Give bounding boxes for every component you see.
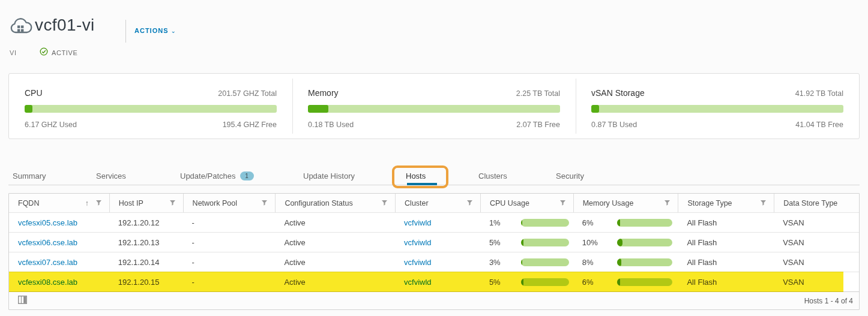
memory-usage-bar bbox=[617, 219, 672, 227]
memory-usage-value: 6% bbox=[582, 218, 617, 227]
cpu-card-title: CPU bbox=[25, 88, 43, 98]
vsan-capacity-card: vSAN Storage 41.92 TB Total 0.87 TB Used… bbox=[576, 74, 859, 139]
title-divider bbox=[125, 20, 126, 43]
cpu-usage-bar bbox=[521, 278, 569, 286]
storage-type-cell: All Flash bbox=[678, 252, 774, 272]
table-row[interactable]: vcfesxi05.cse.lab 192.1.20.12 - Active v… bbox=[9, 212, 859, 232]
tab-services[interactable]: Services bbox=[96, 171, 126, 180]
cpu-usage-bar-fill bbox=[25, 105, 32, 113]
filter-icon[interactable] bbox=[170, 199, 175, 207]
data-store-type-cell: VSAN bbox=[774, 213, 859, 232]
host-ip-cell: 192.1.20.12 bbox=[109, 213, 183, 232]
network-pool-cell: - bbox=[183, 272, 276, 291]
filter-icon[interactable] bbox=[560, 199, 565, 207]
column-header-fqdn: FQDN ↑ bbox=[9, 194, 109, 212]
cpu-usage-bar bbox=[521, 219, 569, 227]
table-row[interactable]: vcfesxi06.cse.lab 192.1.20.13 - Active v… bbox=[9, 232, 859, 252]
memory-usage-value: 6% bbox=[582, 278, 617, 287]
tab-clusters[interactable]: Clusters bbox=[478, 171, 507, 180]
host-fqdn-link[interactable]: vcfesxi08.cse.lab bbox=[18, 278, 77, 287]
configuration-status-cell: Active bbox=[275, 213, 395, 232]
workload-domain-page: vcf01-vi ACTIONS⌄ VI ACTIVE CPU 201.57 G… bbox=[0, 0, 868, 316]
table-header-row: FQDN ↑ Host IP Network Pool Configuratio… bbox=[9, 194, 859, 212]
memory-card-title: Memory bbox=[308, 88, 339, 98]
host-fqdn-link[interactable]: vcfesxi06.cse.lab bbox=[18, 238, 77, 247]
memory-usage-bar-fill bbox=[308, 105, 328, 113]
configuration-status-cell: Active bbox=[275, 233, 395, 252]
filter-icon[interactable] bbox=[382, 199, 387, 207]
memory-usage-bar bbox=[617, 239, 672, 246]
memory-usage-bar bbox=[617, 278, 672, 286]
sort-asc-icon[interactable]: ↑ bbox=[85, 199, 89, 207]
storage-type-cell: All Flash bbox=[678, 213, 774, 232]
vsan-card-title: vSAN Storage bbox=[591, 88, 645, 98]
hosts-table: FQDN ↑ Host IP Network Pool Configuratio… bbox=[8, 193, 860, 310]
memory-usage-value: 10% bbox=[582, 238, 617, 247]
column-header-network-pool: Network Pool bbox=[183, 194, 276, 212]
cpu-usage-bar bbox=[25, 105, 277, 113]
memory-usage-bar bbox=[308, 105, 560, 113]
memory-free: 2.07 TB Free bbox=[516, 121, 560, 129]
configuration-status-cell: Active bbox=[275, 272, 395, 291]
tab-update-history[interactable]: Update History bbox=[303, 171, 355, 180]
pagination-summary: Hosts 1 - 4 of 4 bbox=[804, 297, 853, 305]
actions-button[interactable]: ACTIONS⌄ bbox=[134, 27, 176, 34]
memory-capacity-card: Memory 2.25 TB Total 0.18 TB Used 2.07 T… bbox=[292, 74, 576, 139]
cpu-usage-value: 1% bbox=[489, 218, 521, 227]
memory-usage-bar bbox=[617, 258, 672, 266]
memory-used: 0.18 TB Used bbox=[308, 121, 354, 129]
host-ip-cell: 192.1.20.13 bbox=[109, 233, 183, 252]
active-tab-underline bbox=[407, 183, 437, 185]
status-badge: ACTIVE bbox=[40, 47, 77, 58]
host-ip-cell: 192.1.20.15 bbox=[109, 272, 183, 291]
cluster-link[interactable]: vcfviwld bbox=[404, 258, 432, 267]
configuration-status-cell: Active bbox=[275, 252, 395, 272]
cluster-link[interactable]: vcfviwld bbox=[404, 278, 432, 287]
cluster-link[interactable]: vcfviwld bbox=[404, 218, 432, 227]
column-header-configuration-status: Configuration Status bbox=[275, 194, 395, 212]
cpu-usage-value: 5% bbox=[489, 278, 521, 287]
column-picker-icon[interactable] bbox=[18, 296, 27, 306]
tab-update-patches[interactable]: Update/Patches 1 bbox=[180, 171, 254, 180]
update-patches-count-badge: 1 bbox=[240, 171, 254, 180]
vsan-used: 0.87 TB Used bbox=[591, 121, 637, 129]
filter-icon[interactable] bbox=[467, 199, 472, 207]
cpu-usage-bar bbox=[521, 239, 569, 246]
data-store-type-cell: VSAN bbox=[774, 233, 859, 252]
column-header-memory-usage: Memory Usage bbox=[573, 194, 678, 212]
tab-summary[interactable]: Summary bbox=[13, 171, 46, 180]
filter-icon[interactable] bbox=[262, 199, 267, 207]
column-header-host-ip: Host IP bbox=[109, 194, 183, 212]
cpu-usage-bar bbox=[521, 258, 569, 266]
capacity-panel: CPU 201.57 GHZ Total 6.17 GHZ Used 195.4… bbox=[8, 73, 860, 139]
status-label: ACTIVE bbox=[52, 49, 77, 56]
filter-icon[interactable] bbox=[761, 199, 766, 207]
cpu-used: 6.17 GHZ Used bbox=[25, 121, 77, 129]
vsan-usage-bar bbox=[591, 105, 843, 113]
tab-security[interactable]: Security bbox=[556, 171, 584, 180]
filter-icon[interactable] bbox=[96, 199, 101, 207]
tab-hosts[interactable]: Hosts bbox=[406, 171, 426, 180]
host-fqdn-link[interactable]: vcfesxi07.cse.lab bbox=[18, 258, 77, 267]
table-row-highlighted[interactable]: vcfesxi08.cse.lab 192.1.20.15 - Active v… bbox=[9, 272, 859, 291]
chevron-down-icon: ⌄ bbox=[171, 28, 176, 34]
cluster-link[interactable]: vcfviwld bbox=[404, 238, 432, 247]
table-row[interactable]: vcfesxi07.cse.lab 192.1.20.14 - Active v… bbox=[9, 252, 859, 272]
cpu-total: 201.57 GHZ Total bbox=[218, 89, 277, 98]
page-title: vcf01-vi bbox=[35, 16, 95, 35]
cpu-usage-value: 3% bbox=[489, 258, 521, 267]
network-pool-cell: - bbox=[183, 252, 276, 272]
cpu-usage-value: 5% bbox=[489, 238, 521, 247]
check-circle-icon bbox=[40, 47, 48, 58]
column-header-storage-type: Storage Type bbox=[678, 194, 774, 212]
vsan-usage-bar-fill bbox=[591, 105, 599, 113]
host-fqdn-link[interactable]: vcfesxi05.cse.lab bbox=[18, 218, 77, 227]
table-footer: Hosts 1 - 4 of 4 bbox=[9, 291, 859, 309]
domain-type-label: VI bbox=[10, 49, 17, 56]
column-header-cluster: Cluster bbox=[395, 194, 480, 212]
storage-type-cell: All Flash bbox=[678, 272, 774, 291]
data-store-type-cell: VSAN bbox=[774, 272, 859, 291]
data-store-type-cell: VSAN bbox=[774, 252, 859, 272]
filter-icon[interactable] bbox=[665, 199, 670, 207]
memory-total: 2.25 TB Total bbox=[516, 89, 560, 98]
